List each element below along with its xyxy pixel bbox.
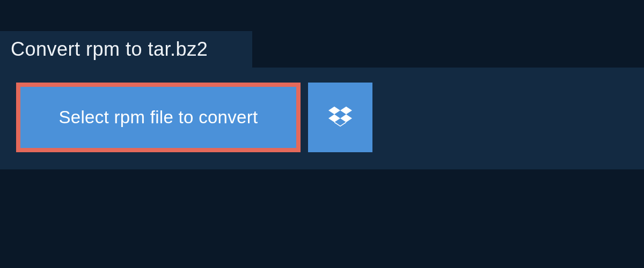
- dropbox-button[interactable]: [308, 83, 372, 152]
- button-row: Select rpm file to convert: [16, 83, 628, 152]
- page-tab: Convert rpm to tar.bz2: [0, 31, 252, 68]
- select-file-label: Select rpm file to convert: [59, 107, 258, 128]
- page-title: Convert rpm to tar.bz2: [11, 38, 208, 61]
- main-panel: Select rpm file to convert: [0, 68, 644, 169]
- select-file-button[interactable]: Select rpm file to convert: [16, 83, 301, 152]
- dropbox-icon: [328, 105, 352, 130]
